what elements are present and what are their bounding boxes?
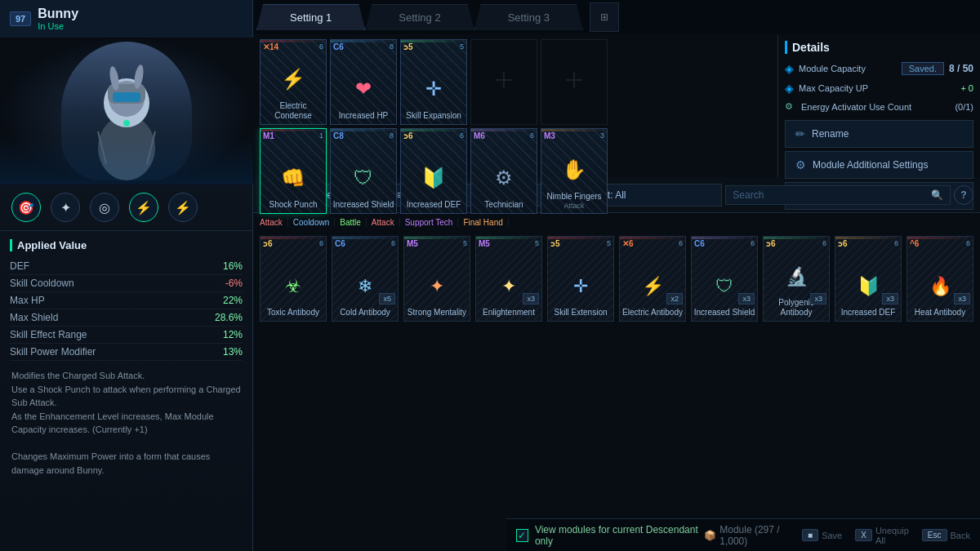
card-count-8: x3 bbox=[810, 293, 826, 304]
card-increased-shield[interactable]: C6 6 🛡 Increased Shield x3 bbox=[691, 236, 758, 322]
card-enlightenment[interactable]: M5 5 ✦ Enlightenment x3 bbox=[475, 236, 542, 322]
card-count-7: x3 bbox=[738, 293, 755, 304]
help-button[interactable]: ? bbox=[954, 185, 973, 205]
card-increased-def[interactable]: ↄ6 6 🔰 Increased DEF x3 bbox=[835, 236, 902, 322]
cat-attack: Attack bbox=[260, 218, 288, 227]
tab-setting-1[interactable]: Setting 1 bbox=[256, 4, 365, 30]
module-settings-label: Module Additional Settings bbox=[813, 159, 928, 171]
module-count-label: Module (297 / 1,000) bbox=[719, 524, 802, 547]
stat-row-hp: Max HP 22% bbox=[10, 292, 243, 309]
stat-name-shield: Max Shield bbox=[10, 312, 58, 323]
cap-badge-7: 8 bbox=[390, 131, 394, 140]
capacity-icon: ◈ bbox=[785, 62, 794, 75]
storage-icon: 📦 bbox=[704, 530, 716, 541]
card-cap-2: 6 bbox=[391, 239, 395, 247]
card-tier-2: C6 bbox=[335, 239, 345, 248]
cap-badge-3: 5 bbox=[460, 42, 464, 51]
module-slot-3[interactable]: ↄ5 5 ✛ Skill Expansion bbox=[400, 39, 467, 125]
module-slot-4-empty[interactable] bbox=[470, 39, 537, 125]
skill-icon-2[interactable]: ✦ bbox=[51, 193, 80, 222]
left-panel: 97 Bunny In Use bbox=[0, 0, 253, 551]
back-hint: Esc Back bbox=[922, 529, 970, 541]
stat-value-skill-range: 12% bbox=[223, 329, 243, 340]
module-slot-9[interactable]: M6 6 ⚙ Technician bbox=[470, 128, 537, 214]
rename-icon: ✏ bbox=[795, 127, 805, 140]
card-tier-6: ✕6 bbox=[622, 239, 634, 248]
card-toxic-antibody[interactable]: ↄ6 6 ☣ Toxic Antibody bbox=[260, 236, 327, 322]
module-slot-5-empty[interactable] bbox=[541, 39, 608, 125]
card-count-9: x3 bbox=[882, 293, 898, 304]
stat-name-skill-range: Skill Effect Range bbox=[10, 329, 87, 340]
card-heat-antibody[interactable]: ^6 6 🔥 Heat Antibody x3 bbox=[906, 236, 973, 322]
module-slot-1[interactable]: ✕14 6 ⚡ Electric Condense bbox=[260, 39, 327, 125]
cap-badge-8: 6 bbox=[460, 131, 464, 140]
card-count-10: x3 bbox=[954, 293, 970, 304]
module-slot-2[interactable]: C6 8 ❤ Increased HP bbox=[330, 39, 397, 125]
settings-icon: ⚙ bbox=[795, 158, 806, 171]
skill-icons-bar: 🎯 ✦ ◎ ⚡ ⚡ bbox=[0, 184, 252, 231]
stat-name-skill-power: Skill Power Modifier bbox=[10, 346, 96, 358]
card-tier-5: ↄ5 bbox=[550, 239, 560, 248]
tier-badge-7: C8 bbox=[333, 131, 344, 140]
card-tier-7: C6 bbox=[694, 239, 705, 248]
stat-name-cooldown: Skill Cooldown bbox=[10, 278, 74, 289]
stat-row-skill-range: Skill Effect Range 12% bbox=[10, 327, 243, 344]
card-cap-4: 5 bbox=[535, 239, 539, 247]
stat-row-cooldown: Skill Cooldown -6% bbox=[10, 275, 243, 292]
stat-name-hp: Max HP bbox=[10, 295, 45, 306]
max-cap-delta: + 0 bbox=[960, 83, 973, 93]
energy-label: Energy Activator Use Count bbox=[801, 102, 950, 112]
tier-badge-8: ↄ6 bbox=[403, 131, 413, 140]
module-slot-8[interactable]: ↄ6 6 🔰 Increased DEF bbox=[400, 128, 467, 214]
category-bar: Attack Cooldown Battle Attack Support Te… bbox=[253, 213, 980, 231]
search-input[interactable] bbox=[733, 189, 926, 201]
tier-badge-10: M3 bbox=[544, 131, 555, 140]
capacity-label: Module Capacity bbox=[799, 64, 892, 73]
card-cap-7: 6 bbox=[751, 239, 755, 247]
skill-icon-5[interactable]: ⚡ bbox=[168, 193, 198, 222]
stat-row-def: DEF 16% bbox=[10, 258, 243, 275]
card-tier-3: M5 bbox=[407, 239, 418, 248]
tab-setting-2[interactable]: Setting 2 bbox=[365, 4, 474, 30]
bottom-bar: ✓ View modules for current Descendant on… bbox=[506, 518, 980, 551]
card-polygenic-antibody[interactable]: ↄ6 6 🔬 Polygenic Antibody x3 bbox=[763, 236, 830, 322]
card-cap-9: 6 bbox=[894, 239, 898, 247]
card-strong-mentality[interactable]: M5 5 ✦ Strong Mentality bbox=[403, 236, 470, 322]
stat-row-shield: Max Shield 28.6% bbox=[10, 309, 243, 327]
skill-icon-1[interactable]: 🎯 bbox=[11, 193, 41, 222]
cat-cooldown: Cooldown bbox=[288, 218, 335, 227]
unequip-key: X bbox=[855, 529, 872, 541]
rename-button[interactable]: ✏ Rename bbox=[785, 120, 973, 148]
max-cap-label: Max Capacity UP bbox=[799, 83, 956, 93]
card-count-2: x5 bbox=[379, 293, 395, 304]
tier-badge-3: ↄ5 bbox=[403, 42, 413, 51]
cap-badge-2: 8 bbox=[390, 42, 394, 51]
card-cold-antibody[interactable]: C6 6 ❄ Cold Antibody x5 bbox=[332, 236, 399, 322]
card-electric-antibody[interactable]: ✕6 6 ⚡ Electric Antibody x2 bbox=[619, 236, 686, 322]
module-cards-area: ↄ6 6 ☣ Toxic Antibody C6 6 ❄ Cold Antibo… bbox=[253, 231, 980, 411]
grid-view-button[interactable]: ⊞ bbox=[590, 2, 619, 32]
tier-badge-1: ✕14 bbox=[263, 42, 278, 51]
cat-attack-2: Attack bbox=[367, 218, 400, 227]
character-name: Bunny bbox=[38, 7, 78, 21]
details-title: Details bbox=[785, 41, 973, 54]
card-cap-3: 5 bbox=[463, 239, 467, 247]
skill-icon-4[interactable]: ⚡ bbox=[129, 193, 158, 222]
skill-icon-3[interactable]: ◎ bbox=[90, 193, 119, 222]
stat-value-def: 16% bbox=[223, 260, 243, 272]
module-slot-shock-punch[interactable]: M1 1 👊 Shock Punch bbox=[260, 128, 327, 214]
module-storage: 📦 Module (297 / 1,000) bbox=[704, 524, 802, 547]
checkbox-area: ✓ View modules for current Descendant on… bbox=[516, 524, 704, 547]
save-hint: ■ Save bbox=[802, 529, 842, 541]
module-slot-10[interactable]: M3 3 ✋ Nimble Fingers Attack bbox=[541, 128, 608, 214]
descendant-filter-checkbox[interactable]: ✓ bbox=[516, 529, 528, 542]
card-skill-extension[interactable]: ↄ5 5 ✛ Skill Extension bbox=[547, 236, 614, 322]
saved-badge: Saved. bbox=[902, 62, 944, 75]
unequip-hint: X Unequip All bbox=[855, 526, 909, 545]
tab-setting-3[interactable]: Setting 3 bbox=[474, 4, 583, 30]
cat-battle: Battle bbox=[335, 218, 367, 227]
tier-badge-9: M6 bbox=[474, 131, 485, 140]
stat-value-cooldown: -6% bbox=[225, 278, 243, 289]
module-slot-7[interactable]: C8 8 🛡 Increased Shield bbox=[330, 128, 397, 214]
module-settings-button[interactable]: ⚙ Module Additional Settings bbox=[785, 151, 973, 179]
